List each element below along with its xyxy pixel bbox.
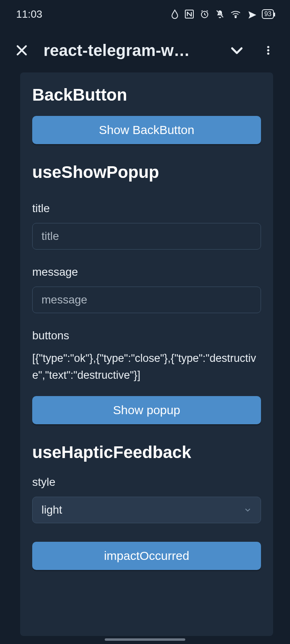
svg-point-7 (267, 46, 269, 48)
svg-point-8 (267, 49, 269, 51)
style-select-value: light (32, 497, 261, 523)
airplane-icon (246, 9, 256, 19)
close-button[interactable] (12, 41, 31, 60)
app-title: react-telegram-w… (44, 41, 215, 60)
app-bar: react-telegram-w… (0, 28, 290, 72)
water-drop-icon (171, 9, 179, 19)
expand-button[interactable] (227, 41, 246, 60)
more-button[interactable] (259, 41, 278, 60)
status-time: 11:03 (16, 8, 42, 21)
status-icons: 93 (171, 9, 274, 19)
title-input[interactable] (32, 223, 261, 250)
chevron-down-icon (229, 42, 245, 58)
wifi-icon (230, 10, 241, 18)
show-popup-button[interactable]: Show popup (32, 396, 261, 424)
content-panel: BackButton Show BackButton useShowPopup … (20, 72, 273, 636)
chevron-down-icon (243, 506, 252, 514)
usehapticfeedback-heading: useHapticFeedback (32, 443, 261, 462)
message-label: message (32, 266, 261, 279)
close-icon (14, 43, 29, 58)
svg-point-9 (267, 52, 269, 54)
useshowpopup-heading: useShowPopup (32, 163, 261, 182)
status-bar: 11:03 93 (0, 0, 290, 28)
battery-indicator: 93 (262, 9, 274, 19)
more-vertical-icon (263, 43, 274, 58)
bell-off-icon (215, 9, 225, 19)
show-backbutton-button[interactable]: Show BackButton (32, 116, 261, 144)
title-label: title (32, 202, 261, 215)
message-input[interactable] (32, 287, 261, 313)
style-select[interactable]: light (32, 497, 261, 523)
impact-occurred-button[interactable]: impactOccurred (32, 542, 261, 570)
buttons-value: [{"type":"ok"},{"type":"close"},{"type":… (32, 350, 261, 384)
alarm-icon (200, 9, 209, 19)
svg-point-4 (235, 17, 236, 18)
backbutton-heading: BackButton (32, 85, 261, 105)
style-label: style (32, 476, 261, 489)
buttons-label: buttons (32, 329, 261, 342)
nfc-icon (184, 9, 194, 19)
home-indicator[interactable] (105, 638, 185, 641)
